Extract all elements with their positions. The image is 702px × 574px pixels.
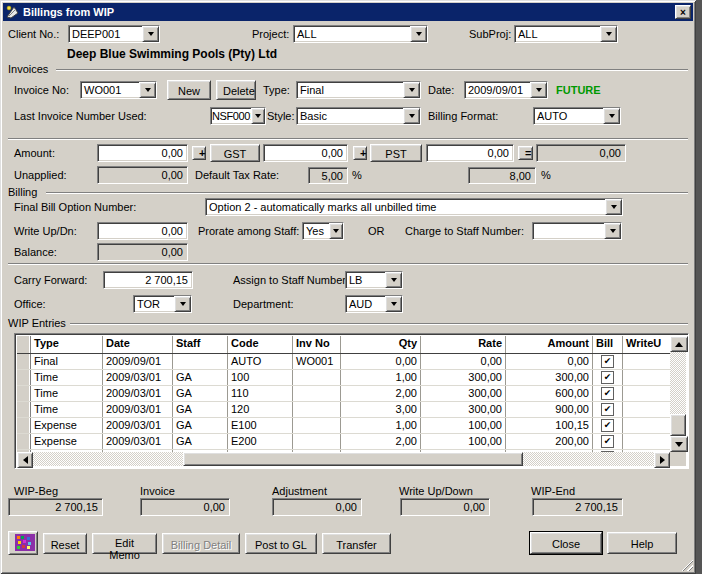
project-dropdown-button[interactable] <box>410 26 427 42</box>
vscroll-thumb[interactable] <box>670 414 686 436</box>
department-dropdown-button[interactable] <box>385 296 402 312</box>
help-button[interactable]: Help <box>607 532 677 554</box>
gst-amount-input[interactable]: 0,00 <box>263 144 348 162</box>
vertical-scrollbar[interactable] <box>670 336 686 452</box>
carry-forward-input[interactable]: 2 700,15 <box>103 271 193 289</box>
horizontal-scrollbar[interactable] <box>17 452 670 466</box>
table-cell <box>623 370 670 385</box>
style-dropdown-button[interactable] <box>403 108 420 124</box>
close-button[interactable]: × <box>675 5 691 19</box>
office-combo[interactable]: TOR <box>133 295 192 313</box>
plus-button-2[interactable]: + <box>353 146 367 160</box>
final-bill-option-dropdown-button[interactable] <box>605 199 622 215</box>
table-row[interactable]: Expense2009/03/01GAE2002,00100,00200,00✔ <box>17 434 670 450</box>
billing-format-combo[interactable]: AUTO <box>533 107 621 125</box>
row-selector[interactable] <box>17 386 31 401</box>
final-bill-option-combo[interactable]: Option 2 - automatically marks all unbil… <box>205 198 623 216</box>
scroll-right-button[interactable] <box>654 452 670 468</box>
date-dropdown-button[interactable] <box>530 82 547 98</box>
row-selector[interactable] <box>17 418 31 433</box>
transfer-button[interactable]: Transfer <box>322 533 391 554</box>
billing-format-dropdown-button[interactable] <box>603 108 620 124</box>
column-header-qty[interactable]: Qty <box>341 336 421 353</box>
column-header-type[interactable]: Type <box>31 336 103 353</box>
bill-checkbox[interactable]: ✔ <box>601 355 614 368</box>
type-combo[interactable]: Final <box>296 81 421 99</box>
table-cell: E100 <box>228 418 293 433</box>
column-header-staff[interactable]: Staff <box>173 336 228 353</box>
pst-amount-input[interactable]: 0,00 <box>426 144 514 162</box>
project-combo[interactable]: ALL <box>293 25 428 43</box>
column-header-amount[interactable]: Amount <box>506 336 593 353</box>
column-header-code[interactable]: Code <box>228 336 293 353</box>
titlebar[interactable]: Billings from WIP × <box>3 3 693 21</box>
plus-button-1[interactable]: + <box>192 146 206 160</box>
unapplied-field: 0,00 <box>97 166 188 184</box>
department-combo[interactable]: AUD <box>345 295 403 313</box>
invoice-no-combo[interactable]: WO001 <box>80 81 157 99</box>
style-combo[interactable]: Basic <box>296 107 421 125</box>
type-dropdown-button[interactable] <box>403 82 420 98</box>
equals-button[interactable]: = <box>518 146 533 160</box>
last-invoice-combo[interactable]: NSF0001 <box>210 107 266 125</box>
column-header-writeu[interactable]: WriteU <box>623 336 670 353</box>
bill-checkbox[interactable]: ✔ <box>601 387 614 400</box>
billing-detail-button[interactable]: Billing Detail <box>162 533 240 554</box>
column-header-rate[interactable]: Rate <box>421 336 506 353</box>
amount-input[interactable]: 0,00 <box>97 144 188 162</box>
scroll-up-button[interactable] <box>670 336 688 352</box>
write-updn-input[interactable]: 0,00 <box>97 222 188 240</box>
edit-memo-button[interactable]: Edit Memo <box>92 533 157 554</box>
table-row[interactable]: Time2009/03/01GA1102,00300,00600,00✔ <box>17 386 670 402</box>
scroll-down-button[interactable] <box>670 436 688 452</box>
assign-staff-value: LB <box>346 272 385 288</box>
charge-to-staff-dropdown-button[interactable] <box>604 223 621 239</box>
row-selector[interactable] <box>17 354 31 369</box>
bill-cell: ✔ <box>593 370 623 385</box>
date-combo[interactable]: 2009/09/01 <box>464 81 548 99</box>
hscroll-track[interactable] <box>33 452 654 466</box>
table-cell: 2009/03/01 <box>103 386 173 401</box>
column-header-inv-no[interactable]: Inv No <box>293 336 341 353</box>
charge-to-staff-combo[interactable] <box>532 222 622 240</box>
table-row[interactable]: Final2009/09/01AUTOWO0010,000,000,00✔ <box>17 354 670 370</box>
pst-button[interactable]: PST <box>370 144 422 162</box>
last-invoice-dropdown-button[interactable] <box>251 108 265 124</box>
prorate-dropdown-button[interactable] <box>329 223 343 239</box>
table-row[interactable]: Time2009/03/01GA1203,00300,00900,00✔ <box>17 402 670 418</box>
table-cell: E200 <box>228 434 293 449</box>
bill-checkbox[interactable]: ✔ <box>601 371 614 384</box>
close-action-button[interactable]: Close <box>530 532 602 554</box>
reset-button[interactable]: Reset <box>43 533 87 554</box>
office-dropdown-button[interactable] <box>174 296 191 312</box>
resize-grip[interactable] <box>680 558 693 571</box>
prorate-combo[interactable]: Yes <box>302 222 344 240</box>
bill-checkbox[interactable]: ✔ <box>601 435 614 448</box>
assign-staff-combo[interactable]: LB <box>345 271 403 289</box>
subproj-combo[interactable]: ALL <box>514 25 618 43</box>
invoice-no-dropdown-button[interactable] <box>139 82 156 98</box>
gst-button[interactable]: GST <box>210 144 260 162</box>
new-button[interactable]: New <box>167 80 211 100</box>
assign-staff-dropdown-button[interactable] <box>385 272 402 288</box>
row-selector[interactable] <box>17 370 31 385</box>
hscroll-thumb[interactable] <box>183 452 523 466</box>
post-to-gl-button[interactable]: Post to GL <box>245 533 317 554</box>
column-header-bill[interactable]: Bill <box>593 336 623 353</box>
triangle-right-icon <box>660 456 665 464</box>
bill-checkbox[interactable]: ✔ <box>601 419 614 432</box>
delete-button[interactable]: Delete <box>216 80 256 100</box>
scroll-left-button[interactable] <box>17 452 33 468</box>
column-header-date[interactable]: Date <box>103 336 173 353</box>
client-no-dropdown-button[interactable] <box>142 26 159 42</box>
bill-checkbox[interactable]: ✔ <box>601 403 614 416</box>
table-row[interactable]: Expense2009/03/01GAE1001,00100,00100,15✔ <box>17 418 670 434</box>
table-row[interactable]: Time2009/03/01GA1001,00300,00300,00✔ <box>17 370 670 386</box>
calculator-icon-button[interactable] <box>8 531 38 555</box>
vscroll-track[interactable] <box>670 352 686 436</box>
final-bill-option-value: Option 2 - automatically marks all unbil… <box>206 199 605 215</box>
client-no-combo[interactable]: DEEP001 <box>68 25 160 43</box>
subproj-dropdown-button[interactable] <box>600 26 617 42</box>
row-selector[interactable] <box>17 402 31 417</box>
row-selector[interactable] <box>17 434 31 449</box>
